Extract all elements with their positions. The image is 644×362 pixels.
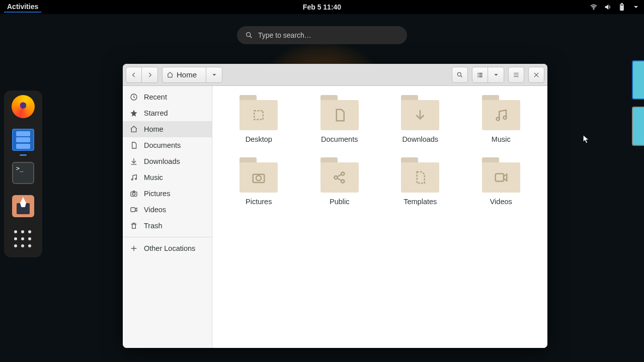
path-bar: Home [162, 67, 222, 83]
folder-desktop[interactable]: Desktop [218, 95, 299, 143]
dock-item-software[interactable] [11, 194, 35, 218]
chevron-down-icon [632, 3, 640, 11]
nav-buttons [126, 67, 158, 83]
sidebar-item-documents[interactable]: Documents [123, 137, 212, 153]
sidebar-separator [123, 237, 212, 237]
status-area[interactable] [590, 3, 640, 11]
video-icon [130, 206, 138, 214]
folder-label: Desktop [246, 135, 272, 143]
activities-button[interactable]: Activities [4, 2, 41, 13]
sidebar-item-trash[interactable]: Trash [123, 218, 212, 234]
workspace-1[interactable] [632, 60, 644, 100]
svg-rect-9 [479, 74, 482, 75]
files-body: Recent Starred Home Documents Downloads … [123, 86, 547, 348]
folder-icon [320, 95, 359, 131]
svg-rect-11 [479, 76, 482, 77]
folder-pictures[interactable]: Pictures [218, 157, 299, 206]
folder-icon [320, 157, 359, 194]
folder-label: Templates [404, 198, 437, 206]
sidebar-item-label: Recent [144, 93, 167, 101]
back-button[interactable] [126, 67, 142, 83]
sidebar-item-label: Trash [144, 222, 163, 230]
folder-label: Pictures [246, 198, 272, 206]
dock-item-show-apps[interactable] [11, 227, 35, 251]
overview-search[interactable]: Type to search… [237, 26, 407, 44]
clock[interactable]: Feb 5 11:40 [303, 3, 341, 11]
folder-label: Music [492, 135, 511, 143]
svg-rect-6 [477, 72, 478, 73]
search-button[interactable] [452, 67, 468, 83]
folder-icon [239, 95, 278, 131]
workspace-switcher [632, 60, 644, 146]
sidebar-item-downloads[interactable]: Downloads [123, 153, 212, 169]
star-icon [130, 109, 138, 117]
sidebar-item-recent[interactable]: Recent [123, 89, 212, 105]
dock-item-files[interactable] [11, 128, 35, 152]
folder-public[interactable]: Public [299, 157, 380, 206]
dock-item-firefox[interactable] [11, 95, 35, 119]
folder-downloads[interactable]: Downloads [380, 95, 461, 143]
hamburger-menu-button[interactable] [508, 67, 524, 83]
sidebar-item-label: Videos [144, 206, 166, 214]
sidebar-item-label: Pictures [144, 190, 170, 198]
folder-music[interactable]: Music [461, 95, 542, 143]
sidebar-item-label: Home [144, 125, 164, 133]
search-placeholder: Type to search… [258, 31, 311, 39]
svg-rect-18 [255, 111, 264, 120]
svg-point-0 [593, 9, 594, 9]
dock-item-terminal[interactable]: >_ [11, 161, 35, 185]
sidebar-item-videos[interactable]: Videos [123, 202, 212, 218]
close-icon [533, 71, 540, 78]
folder-icon [482, 157, 520, 194]
sidebar-item-other-locations[interactable]: Other Locations [123, 240, 212, 256]
files-content[interactable]: Desktop Documents Downloads [212, 86, 547, 348]
sidebar-item-label: Starred [144, 109, 168, 117]
forward-button[interactable] [142, 67, 158, 83]
files-headerbar: Home [123, 64, 547, 86]
chevron-left-icon [130, 71, 137, 78]
trash-icon [130, 222, 138, 230]
folder-icon [401, 95, 439, 131]
sidebar-item-starred[interactable]: Starred [123, 105, 212, 121]
sidebar-item-home[interactable]: Home [123, 121, 212, 137]
running-indicator [20, 154, 27, 156]
files-window: Home Recent [123, 64, 547, 348]
view-list-button[interactable] [472, 67, 488, 83]
folder-label: Downloads [402, 135, 438, 143]
path-home-button[interactable]: Home [162, 67, 206, 83]
view-options-button[interactable] [488, 67, 504, 83]
folder-grid: Desktop Documents Downloads [218, 95, 541, 206]
wifi-icon [590, 3, 598, 11]
svg-point-14 [135, 178, 137, 179]
folder-documents[interactable]: Documents [299, 95, 380, 143]
apps-grid-icon [14, 230, 32, 248]
folder-templates[interactable]: Templates [380, 157, 461, 206]
sidebar-item-label: Music [144, 173, 163, 182]
sidebar-item-pictures[interactable]: Pictures [123, 186, 212, 202]
path-label: Home [174, 70, 202, 79]
sidebar-item-label: Downloads [144, 157, 180, 165]
svg-rect-7 [479, 72, 482, 73]
chevron-down-icon [493, 71, 500, 78]
view-controls [472, 67, 504, 83]
path-dropdown-button[interactable] [206, 67, 222, 83]
chevron-down-icon [211, 71, 218, 78]
svg-rect-3 [621, 6, 623, 10]
svg-rect-2 [621, 4, 623, 5]
terminal-icon: >_ [12, 162, 34, 184]
firefox-icon [12, 95, 35, 118]
workspace-2[interactable] [632, 107, 644, 146]
dash-dock: >_ [4, 90, 42, 257]
plus-icon [130, 244, 138, 252]
sidebar-item-music[interactable]: Music [123, 169, 212, 186]
sidebar-item-label: Other Locations [144, 244, 195, 252]
folder-videos[interactable]: Videos [461, 157, 542, 206]
svg-point-22 [256, 175, 261, 180]
music-icon [130, 173, 138, 182]
close-button[interactable] [528, 67, 544, 83]
top-bar: Activities Feb 5 11:40 [0, 0, 644, 14]
files-sidebar: Recent Starred Home Documents Downloads … [123, 86, 212, 348]
search-icon [245, 31, 253, 39]
volume-icon [604, 3, 612, 11]
svg-point-5 [457, 72, 461, 76]
